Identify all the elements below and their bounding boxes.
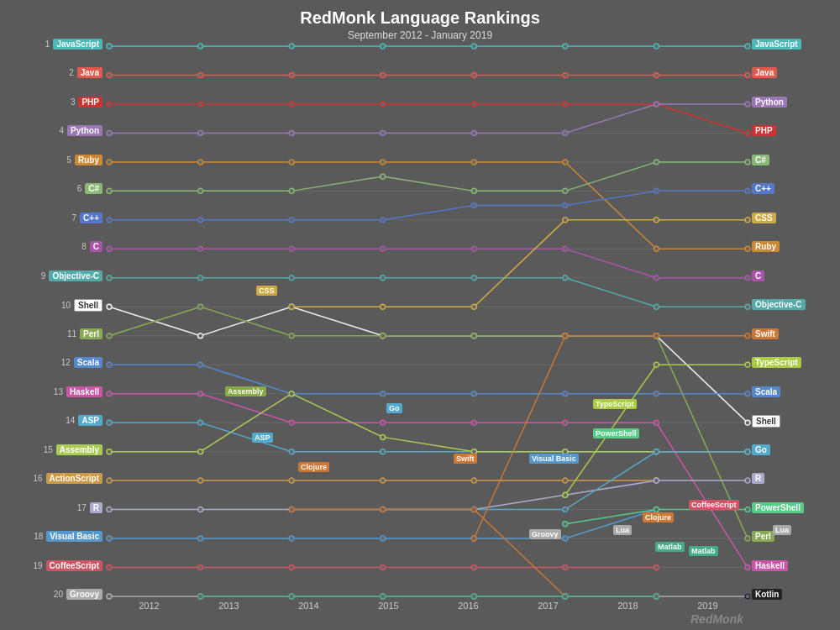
chart-svg: CSSAssemblyASPClojureGoSwiftVisual Basic… bbox=[109, 46, 748, 596]
left-label-13: 13Haskell bbox=[53, 386, 102, 397]
lang-line-C# bbox=[109, 162, 748, 191]
left-label-10: 10Shell bbox=[60, 299, 102, 312]
dot-JavaScript-4 bbox=[471, 44, 476, 49]
dot-C++-3 bbox=[381, 218, 386, 223]
lang-label-right-9: C bbox=[752, 270, 764, 281]
dot-Java-3 bbox=[381, 72, 386, 77]
dot-Clojure-2 bbox=[289, 507, 294, 512]
dot-Scala-0 bbox=[107, 362, 112, 367]
lang-label-right-6: C++ bbox=[752, 183, 774, 194]
rank-number-14: 14 bbox=[65, 416, 75, 425]
dot-Scala-7 bbox=[745, 391, 750, 396]
lang-line-Clojure bbox=[291, 510, 656, 596]
dot-R-7 bbox=[745, 478, 750, 483]
x-label-2016: 2016 bbox=[428, 601, 508, 611]
right-label-7: CSS bbox=[752, 213, 776, 223]
lang-line-C++ bbox=[109, 191, 748, 219]
dot-Swift-6 bbox=[654, 333, 659, 339]
lang-label-right-14: Shell bbox=[752, 415, 780, 428]
left-label-6: 6C# bbox=[71, 183, 102, 194]
dot-CSS-2 bbox=[289, 304, 294, 309]
right-label-1: JavaScript bbox=[752, 39, 801, 50]
annotation-15: Lua bbox=[773, 521, 840, 538]
lang-label-right-18: Perl bbox=[752, 531, 774, 542]
dot-CSS-6 bbox=[654, 218, 659, 223]
dot-Java-5 bbox=[563, 72, 568, 77]
left-label-19: 19CoffeeScript bbox=[33, 560, 102, 571]
lang-label-right-7: CSS bbox=[752, 213, 776, 223]
dot-ASP-3 bbox=[381, 449, 386, 454]
lang-label-left-16: ActionScript bbox=[46, 473, 102, 484]
dot-Java-0 bbox=[107, 72, 112, 77]
dot-Perl-1 bbox=[198, 304, 203, 309]
dot-Objective-C-0 bbox=[107, 276, 112, 281]
rank-number-3: 3 bbox=[65, 97, 75, 107]
right-label-18: Perl bbox=[752, 531, 774, 542]
right-label-19: Haskell bbox=[752, 560, 788, 571]
dot-C#-0 bbox=[107, 188, 112, 193]
right-label-20: Kotlin bbox=[752, 589, 782, 600]
dot-Shell-1 bbox=[198, 333, 203, 339]
lang-line-PHP bbox=[109, 104, 748, 133]
lang-label-left-3: PHP bbox=[78, 97, 102, 108]
right-label-10: Objective-C bbox=[752, 299, 806, 310]
right-label-15: Go bbox=[752, 444, 770, 455]
dot-C-7 bbox=[745, 276, 750, 281]
dot-C++-0 bbox=[107, 218, 112, 223]
dot-JavaScript-2 bbox=[289, 44, 294, 49]
dot-CSS-3 bbox=[381, 304, 386, 309]
dot-Visual-Basic-2 bbox=[289, 536, 294, 541]
rank-number-20: 20 bbox=[53, 590, 63, 599]
lang-label-left-12: Scala bbox=[74, 357, 102, 368]
lang-label-left-2: Java bbox=[77, 67, 102, 78]
rank-number-17: 17 bbox=[76, 503, 87, 512]
annotation-8: TypeScript bbox=[593, 395, 669, 412]
rank-number-18: 18 bbox=[33, 532, 43, 541]
dot-Swift-4 bbox=[471, 536, 476, 541]
dot-Ruby-7 bbox=[745, 246, 750, 251]
dot-Python-7 bbox=[745, 102, 750, 107]
dot-Python-4 bbox=[471, 130, 476, 135]
dot-CSS-5 bbox=[563, 218, 568, 223]
dot-C#-3 bbox=[381, 174, 386, 179]
dot-JavaScript-5 bbox=[563, 44, 568, 49]
dot-TypeScript-7 bbox=[745, 362, 750, 367]
annotation-6: Visual Basic bbox=[529, 449, 605, 466]
dot-C-3 bbox=[381, 246, 386, 251]
dot-C-1 bbox=[198, 246, 203, 251]
dot-JavaScript-1 bbox=[198, 44, 203, 49]
dot-CoffeeScript-0 bbox=[107, 565, 112, 570]
left-label-12: 12Scala bbox=[60, 357, 102, 368]
lang-line-Ruby bbox=[109, 162, 748, 249]
annotation-5: Swift bbox=[454, 449, 529, 466]
dot-Perl-2 bbox=[289, 333, 294, 339]
left-label-9: 9Objective-C bbox=[35, 270, 102, 281]
left-label-18: 18Visual Basic bbox=[33, 531, 102, 542]
dot-Objective-C-1 bbox=[198, 276, 203, 281]
y-axis-left: 1JavaScript2Java3PHP4Python5Ruby6C#7C++8… bbox=[0, 46, 109, 596]
dot-Scala-3 bbox=[381, 391, 386, 396]
dot-C#-1 bbox=[198, 188, 203, 193]
dot-Objective-C-3 bbox=[381, 276, 386, 281]
dot-C#-5 bbox=[563, 188, 568, 193]
rank-number-13: 13 bbox=[53, 387, 63, 396]
dot-Go-6 bbox=[654, 449, 659, 454]
left-label-11: 11Perl bbox=[66, 328, 102, 339]
dot-ActionScript-3 bbox=[381, 478, 386, 483]
lang-line-Python bbox=[109, 104, 748, 133]
dot-Ruby-2 bbox=[289, 160, 294, 165]
dot-JavaScript-7 bbox=[745, 44, 750, 49]
x-label-2013: 2013 bbox=[189, 601, 269, 611]
lang-label-left-8: C bbox=[90, 241, 102, 252]
lang-label-left-19: CoffeeScript bbox=[46, 560, 102, 571]
lang-label-right-5: C# bbox=[752, 155, 769, 165]
y-axis-right: JavaScriptJavaPythonPHPC#C++CSSRubyCObje… bbox=[748, 46, 840, 596]
dot-Visual-Basic-3 bbox=[381, 536, 386, 541]
dot-Assembly-1 bbox=[198, 449, 203, 454]
dot-Haskell-0 bbox=[107, 391, 112, 396]
left-label-14: 14ASP bbox=[65, 415, 102, 426]
annotation-13: CoffeeScript bbox=[689, 496, 764, 512]
chart-title: RedMonk Language Rankings bbox=[0, 0, 840, 28]
right-label-16: R bbox=[752, 473, 764, 484]
lang-label-right-10: Objective-C bbox=[752, 299, 806, 310]
